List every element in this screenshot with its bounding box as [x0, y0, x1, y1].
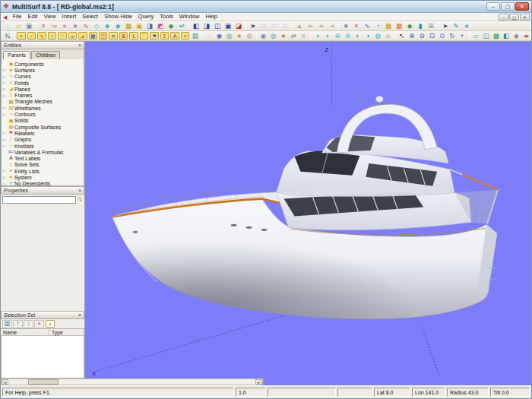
grid-icon[interactable]: ▦	[394, 21, 404, 30]
tree-item-relabels[interactable]: ▷ ⚑ Relabels	[2, 130, 84, 136]
shaded-mode-icon[interactable]: ▩	[491, 31, 501, 40]
view-back-icon[interactable]: ◗	[322, 31, 332, 40]
maximize-button[interactable]: ▢	[501, 2, 515, 11]
zoom-in-icon[interactable]: ⊕	[407, 31, 416, 40]
show-parents-icon[interactable]: ◉	[258, 31, 268, 40]
expand-arrow-icon[interactable]: ▷	[2, 74, 8, 79]
surface-point-icon[interactable]: ◆	[112, 21, 123, 30]
magenta-solid-icon[interactable]: ◩	[155, 21, 166, 30]
selection-up-icon[interactable]: ↑	[13, 320, 23, 328]
teal-return-icon[interactable]: ↫	[176, 21, 187, 30]
select-group-icon[interactable]: ∴	[280, 21, 290, 30]
panel-edit-icon[interactable]: ▣	[134, 21, 144, 30]
entities-close-icon[interactable]: ×	[78, 43, 81, 48]
tree-item-text-labels[interactable]: ▷ A Text Labels	[2, 155, 84, 161]
expand-arrow-icon[interactable]: ▷	[2, 87, 8, 91]
properties-close-icon[interactable]: ×	[78, 188, 81, 193]
menu-item[interactable]: Window	[176, 13, 203, 21]
expand-arrow-icon[interactable]: ▷	[2, 106, 8, 110]
menu-item[interactable]: Edit	[24, 13, 40, 21]
expand-arrow-icon[interactable]: ▷	[2, 175, 8, 179]
pan-icon[interactable]: +	[457, 31, 467, 40]
diamond-mode-icon[interactable]: ◆	[511, 31, 521, 40]
save-icon[interactable]: ▣	[24, 21, 34, 30]
scrollbar-track[interactable]	[8, 379, 255, 385]
measure-icon[interactable]: ✎	[451, 21, 461, 30]
rendered-mode-icon[interactable]: ◧	[501, 31, 511, 40]
menu-item[interactable]: Query	[135, 13, 157, 21]
orbit-point-icon[interactable]: ◔	[372, 21, 383, 30]
view-front-icon[interactable]: ◖	[312, 31, 322, 40]
insert-frame-icon[interactable]: Ŀ	[129, 32, 138, 40]
tree-item-surfaces[interactable]: ▷ ◈ Surfaces	[2, 67, 84, 73]
close-button[interactable]: ✕	[515, 2, 529, 11]
scrollbar-thumb[interactable]	[28, 379, 59, 385]
properties-input[interactable]	[2, 196, 76, 204]
tree-item-curves[interactable]: ▷ ∿ Curves	[2, 74, 84, 80]
column-header-name[interactable]: Name	[1, 329, 49, 336]
delete-entity-icon[interactable]: ×	[38, 21, 49, 30]
expand-arrow-icon[interactable]: ▷	[2, 169, 8, 173]
mdi-close-button[interactable]: ✕	[520, 14, 530, 21]
texture-mode-icon[interactable]: ▰	[521, 31, 531, 40]
mesh-edit-icon[interactable]: ▩	[123, 21, 134, 30]
view-home-icon[interactable]: ⌂	[383, 31, 393, 40]
align-icon[interactable]: ▲	[294, 21, 305, 30]
visibility-list-icon[interactable]: ≡	[299, 31, 309, 40]
insert-point-icon[interactable]: ×	[17, 32, 25, 40]
menu-item[interactable]: Select	[79, 13, 101, 21]
menu-item[interactable]: Show-Hide	[101, 13, 135, 21]
expand-arrow-icon[interactable]: ▷	[2, 81, 8, 85]
scroll-left-icon[interactable]: ◄	[2, 379, 8, 385]
stop-icon[interactable]: ■	[340, 21, 351, 30]
selection-set-list[interactable]	[1, 336, 84, 378]
drag-point-icon[interactable]: ↝	[49, 21, 59, 30]
print-icon[interactable]: ▤	[190, 31, 200, 40]
insert-ruled-surface-icon[interactable]: ◫	[99, 32, 107, 40]
delete-red-icon[interactable]: ×	[351, 21, 362, 30]
tree-item-solve-sets[interactable]: ▷ = Solve Sets	[2, 162, 84, 168]
expand-arrow-icon[interactable]: ▷	[2, 182, 8, 186]
tree-item-contours[interactable]: ▷ ≈ Contours	[2, 111, 84, 117]
mdi-restore-button[interactable]: ▢	[509, 14, 519, 21]
insert-plane-icon[interactable]: ▱	[68, 32, 77, 40]
hidden-line-mode-icon[interactable]: ◫	[481, 31, 491, 40]
expand-arrow-icon[interactable]: ▷	[2, 144, 8, 148]
show-children-icon[interactable]: ◎	[268, 31, 278, 40]
select-multi-icon[interactable]: ∷	[269, 21, 280, 30]
insert-line-icon[interactable]: ∕	[27, 32, 36, 40]
horizontal-scrollbar[interactable]: ◄ ►	[1, 378, 263, 385]
zoom-window-icon[interactable]: ⊡	[427, 31, 437, 40]
tree-item-composite-surfaces[interactable]: ▷ ▤ Composite Surfaces	[2, 124, 84, 130]
insert-curve-icon[interactable]: ∿	[37, 32, 46, 40]
show-all-children-icon[interactable]: ∗	[278, 31, 288, 40]
selection-clear-icon[interactable]: ×	[46, 320, 55, 328]
view-top-icon[interactable]: ⊖	[332, 31, 342, 40]
view-bottom-icon[interactable]: ⊘	[343, 31, 353, 40]
bar-icon[interactable]: ▮	[415, 21, 426, 30]
tree-item-frames[interactable]: ▷ Ŀ Frames	[2, 92, 84, 98]
tree-item-triangle-meshes[interactable]: ▷ ▦ Triangle Meshes	[2, 99, 84, 105]
3d-viewport[interactable]: Z X	[85, 41, 531, 378]
insert-contour-icon[interactable]: ⌒	[140, 32, 148, 40]
menu-item[interactable]: Tools	[157, 13, 176, 21]
view-window-3-icon[interactable]: ◫	[212, 21, 223, 30]
zoom-previous-icon[interactable]: ⊙	[437, 31, 447, 40]
rotate-view-icon[interactable]: ↻	[447, 31, 457, 40]
view-perspective-icon[interactable]: ◍	[372, 31, 382, 40]
graph-icon[interactable]: ∿	[362, 21, 372, 30]
insert-arc-icon[interactable]: ◠	[58, 32, 66, 40]
tree-item-system[interactable]: ▷ ∗ System	[2, 174, 84, 180]
tree-item-no-dependents[interactable]: ▷ Y No Dependents	[2, 181, 84, 186]
step-forward-icon[interactable]: ↠	[315, 21, 326, 30]
magnet-point-icon[interactable]: ∗	[59, 21, 70, 30]
expand-arrow-icon[interactable]: ▷	[2, 138, 8, 142]
properties-pin-icon[interactable]: ↯	[78, 197, 83, 203]
tree-item-planes[interactable]: ▷ ◢ Planes	[2, 86, 84, 92]
insert-circle-icon[interactable]: ○	[48, 32, 56, 40]
tree-item-entity-lists[interactable]: ▷ ≡ Entity Lists	[2, 168, 84, 174]
insert-surface-icon[interactable]: ▦	[89, 32, 97, 40]
menu-item[interactable]: File	[9, 13, 24, 21]
pointer-query-icon[interactable]: ➤	[440, 21, 451, 30]
view-window-1-icon[interactable]: ◧	[191, 21, 201, 30]
